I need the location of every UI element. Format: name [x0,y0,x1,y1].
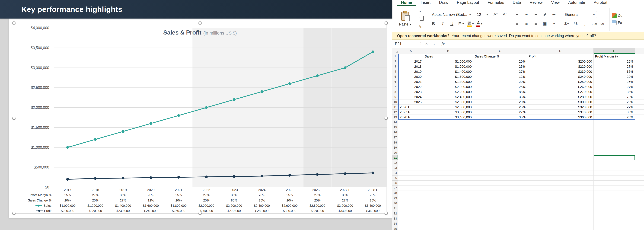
cell-A3[interactable]: 2018 [398,64,423,69]
cell-F23[interactable] [635,165,644,170]
cell-C18[interactable] [473,140,527,145]
series-marker-sales[interactable] [66,146,69,149]
insert-function-icon[interactable]: fx [439,40,447,48]
cell-D6[interactable]: $250,000 [527,79,594,84]
cell-E22[interactable] [594,160,635,165]
cell-A7[interactable]: 2022 [398,84,423,89]
cell-F21[interactable] [635,155,644,160]
wrap-text-button[interactable] [550,11,558,18]
cell-F33[interactable] [635,216,644,221]
cell-D26[interactable] [527,180,594,186]
cell-E17[interactable] [594,135,635,140]
borders-button[interactable] [458,20,465,28]
cell-B12[interactable]: $3,000,000 [423,110,473,115]
cell-E32[interactable] [594,211,635,216]
cell-E14[interactable] [594,120,635,125]
row-header-2[interactable]: 2 [392,59,398,64]
cell-F29[interactable] [635,196,644,201]
cell-E6[interactable]: 25% [594,79,635,84]
number-format-select[interactable]: General [563,11,597,18]
cell-E11[interactable]: 27% [594,104,635,110]
cell-F4[interactable] [635,69,644,74]
series-marker-sales[interactable] [177,114,180,117]
series-marker-profit[interactable] [233,175,236,178]
cell-C2[interactable]: 20% [473,59,527,64]
row-header-6[interactable]: 6 [392,79,398,84]
chart-object[interactable]: Sales & Profit(in millions US $) $0$500,… [14,23,386,214]
row-header-26[interactable]: 26 [392,180,398,186]
cell-B2[interactable]: $1,000,000 [423,59,473,64]
comma-style-button[interactable]: , [581,20,588,28]
cell-A12[interactable]: 2027 F [398,110,423,115]
cell-F1[interactable] [635,54,644,59]
cell-A21[interactable] [398,155,423,160]
cell-A18[interactable] [398,140,423,145]
cell-C33[interactable] [473,216,527,221]
row-header-4[interactable]: 4 [392,69,398,74]
chart-selection-handle-se[interactable] [384,212,388,215]
cell-D10[interactable]: $300,000 [527,100,594,104]
cell-C16[interactable] [473,130,527,135]
cell-B21[interactable] [423,155,473,160]
name-box[interactable]: E21 ▴▾ [392,40,422,48]
tab-view[interactable]: View [547,0,564,6]
row-header-29[interactable]: 29 [392,196,398,201]
cell-B34[interactable] [423,221,473,226]
cell-B7[interactable]: $2,000,000 [423,84,473,89]
cell-F28[interactable] [635,191,644,196]
cell-E19[interactable] [594,145,635,150]
row-header-21[interactable]: 21 [392,155,398,160]
cell-F8[interactable] [635,89,644,94]
cell-C17[interactable] [473,135,527,140]
cell-B9[interactable]: $2,400,000 [423,94,473,100]
cell-C6[interactable]: 20% [473,79,527,84]
series-marker-profit[interactable] [94,177,96,180]
cell-B25[interactable] [423,176,473,180]
column-header-C[interactable]: C [473,48,527,54]
cell-C27[interactable] [473,186,527,191]
cell-A25[interactable] [398,176,423,180]
cell-F27[interactable] [635,186,644,191]
series-marker-profit[interactable] [316,173,319,176]
cell-D1[interactable]: Profit [527,54,594,59]
row-header-20[interactable]: 20 [392,150,398,155]
cell-E31[interactable] [594,206,635,211]
row-header-14[interactable]: 14 [392,120,398,125]
tab-automate[interactable]: Automate [564,0,589,6]
row-header-23[interactable]: 23 [392,165,398,170]
cell-C29[interactable] [473,196,527,201]
cell-F10[interactable] [635,100,644,104]
cell-D34[interactable] [527,221,594,226]
cell-E7[interactable]: 27% [594,84,635,89]
align-center-button[interactable] [523,20,530,28]
copy-icon[interactable] [417,16,423,22]
cell-D22[interactable] [527,160,594,165]
chart-selection-handle-nw[interactable] [12,22,16,24]
fill-color-button[interactable]: ▨ [466,20,474,28]
cell-D7[interactable]: $260,000 [527,84,594,89]
cell-C31[interactable] [473,206,527,211]
cell-E28[interactable] [594,191,635,196]
cell-C7[interactable]: 25% [473,84,527,89]
formula-input[interactable] [447,40,644,48]
cell-D18[interactable] [527,140,594,145]
cell-F32[interactable] [635,211,644,216]
cell-D8[interactable]: $270,000 [527,89,594,94]
cell-F13[interactable] [635,115,644,120]
cell-D33[interactable] [527,216,594,221]
cell-C12[interactable]: 27% [473,110,527,115]
cell-B1[interactable]: Sales [423,54,473,59]
row-header-22[interactable]: 22 [392,160,398,165]
cell-B33[interactable] [423,216,473,221]
increase-decimal-button[interactable] [590,20,598,28]
cell-E2[interactable]: 25% [594,59,635,64]
row-header-27[interactable]: 27 [392,186,398,191]
column-header-D[interactable]: D [527,48,594,54]
cell-E24[interactable] [594,170,635,176]
column-header-partial[interactable] [635,48,644,54]
row-header-5[interactable]: 5 [392,74,398,79]
cell-F5[interactable] [635,74,644,79]
cell-D12[interactable]: $340,000 [527,110,594,115]
cell-B32[interactable] [423,211,473,216]
cell-B31[interactable] [423,206,473,211]
